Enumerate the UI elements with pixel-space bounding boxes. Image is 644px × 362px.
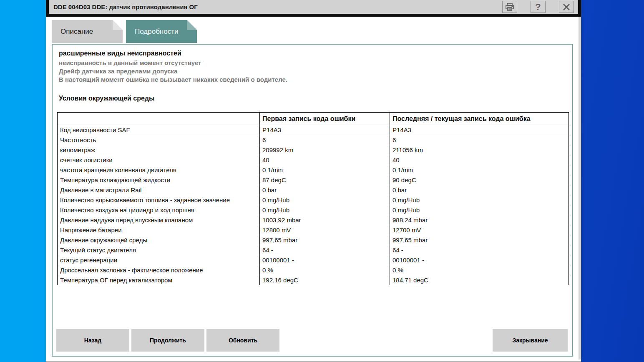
table-row: Текущий статус двигателя64 -64 - [58,245,569,255]
help-icon[interactable]: ? [531,1,546,13]
table-row: Температура охлаждающей жидкости87 degC9… [58,175,569,185]
table-cell: Температура ОГ перед катализатором [58,275,260,285]
table-row: Количество впрыскиваемого топлива - зада… [58,195,569,205]
table-cell: P14A3 [260,125,390,135]
desktop-background: DDE 004D03 DDE: датчик противодавления О… [0,0,644,362]
close-icon[interactable] [559,1,574,13]
table-cell: 0 % [390,265,569,275]
table-cell: частота вращения коленвала двигателя [58,165,260,175]
env-section-title: Условия окружающей среды [59,95,155,102]
titlebar: DDE 004D03 DDE: датчик противодавления О… [46,0,581,17]
tab-label: Подробности [135,28,179,36]
table-cell: 0 bar [260,185,390,195]
table-cell: 87 degC [260,175,390,185]
table-cell: 64 - [260,245,390,255]
table-row: статус регенерации00100001 -00100001 - [58,255,569,265]
tab-details[interactable]: Подробности [126,20,197,43]
table-cell: 40 [390,155,569,165]
button-row: Назад Продолжить Обновить Закрывание [56,329,568,352]
continue-button[interactable]: Продолжить [131,329,204,352]
table-cell: 988,24 mbar [390,215,569,225]
close-button[interactable]: Закрывание [493,329,568,352]
table-cell: Давление наддува перед впускным клапаном [58,215,260,225]
table-cell: километраж [58,145,260,155]
print-icon[interactable] [502,1,517,13]
table-cell: 0 mg/Hub [260,195,390,205]
table-cell: Напряжение батареи [58,225,260,235]
table-cell: 0 % [260,265,390,275]
table-cell: 209992 km [260,145,390,155]
window-body: ОписаниеПодробности расширенные виды неи… [46,17,581,362]
tab-bar: ОписаниеПодробности [52,20,197,43]
tab-label: Описание [60,28,93,36]
table-cell: 0 mg/Hub [390,195,569,205]
table-cell: 00100001 - [260,255,390,265]
table-cell: счетчик логистики [58,155,260,165]
table-cell: 64 - [390,245,569,255]
table-cell: Давление окружающей среды [58,235,260,245]
table-row: Напряжение батареи12800 mV12700 mV [58,225,569,235]
table-cell: 6 [390,135,569,145]
table-cell: 0 mg/Hub [390,205,569,215]
table-header-row: Первая запись кода ошибкиПоследняя / тек… [58,113,569,125]
table-cell: 184,71 degC [390,275,569,285]
table-cell: Текущий статус двигателя [58,245,260,255]
table-row: Код неисправности SAEP14A3P14A3 [58,125,569,135]
table-cell: 12800 mV [260,225,390,235]
table-cell: 12700 mV [390,225,569,235]
table-header-cell: Первая запись кода ошибки [260,113,390,125]
table-row: счетчик логистики4040 [58,155,569,165]
table-cell: Код неисправности SAE [58,125,260,135]
table-cell: Давление в магистрали Rail [58,185,260,195]
table-row: Количество воздуха на цилиндр и ход порш… [58,205,569,215]
table-cell: P14A3 [390,125,569,135]
table-cell: 192,16 degC [260,275,390,285]
table-row: Давление окружающей среды997,65 mbar997,… [58,235,569,245]
titlebar-icons: ? [502,1,578,13]
fault-section-title: расширенные виды неисправностей [59,50,181,57]
table-row: частота вращения коленвала двигателя0 1/… [58,165,569,175]
table-row: Давление наддува перед впускным клапаном… [58,215,569,225]
table-cell: Количество впрыскиваемого топлива - зада… [58,195,260,205]
table-cell: 211056 km [390,145,569,155]
tab-corner-fold [187,20,197,30]
table-cell: 997,65 mbar [260,235,390,245]
table-row: километраж209992 km211056 km [58,145,569,155]
table-cell: Дроссельная заслонка - фактическое полож… [58,265,260,275]
table-cell: Частотность [58,135,260,145]
table-cell: Количество воздуха на цилиндр и ход порш… [58,205,260,215]
environment-conditions-table: Первая запись кода ошибкиПоследняя / тек… [57,112,569,285]
table-cell: 90 degC [390,175,569,185]
table-cell: 00100001 - [390,255,569,265]
table-header-cell [58,113,260,125]
fault-line: Дрейф датчика за пределами допуска [59,67,287,75]
table-cell: 40 [260,155,390,165]
table-header-cell: Последняя / текущая запись кода ошибка [390,113,569,125]
window-title: DDE 004D03 DDE: датчик противодавления О… [49,3,198,10]
table-cell: 0 1/min [390,165,569,175]
table-row: Температура ОГ перед катализатором192,16… [58,275,569,285]
diagnostic-dialog-window: DDE 004D03 DDE: датчик противодавления О… [46,0,581,362]
table-cell: 0 1/min [260,165,390,175]
fault-line: В настоящий момент ошибка не вызывает ни… [59,75,287,84]
refresh-button[interactable]: Обновить [206,329,279,352]
details-panel: расширенные виды неисправностей неисправ… [52,44,573,357]
desktop-left-strip [0,0,46,362]
tab-corner-fold [113,20,123,30]
table-cell: 1003,92 mbar [260,215,390,225]
table-cell: 997,65 mbar [390,235,569,245]
table-row: Частотность66 [58,135,569,145]
table-cell: 0 mg/Hub [260,205,390,215]
fault-description-lines: неисправность в данный момент отсутствуе… [59,59,287,84]
fault-line: неисправность в данный момент отсутствуе… [59,59,287,67]
table-cell: 6 [260,135,390,145]
tab-description[interactable]: Описание [52,20,123,43]
table-cell: 0 bar [390,185,569,195]
back-button[interactable]: Назад [56,329,129,352]
table-cell: статус регенерации [58,255,260,265]
table-cell: Температура охлаждающей жидкости [58,175,260,185]
table-row: Давление в магистрали Rail0 bar0 bar [58,185,569,195]
right-rail [579,17,581,359]
table-row: Дроссельная заслонка - фактическое полож… [58,265,569,275]
